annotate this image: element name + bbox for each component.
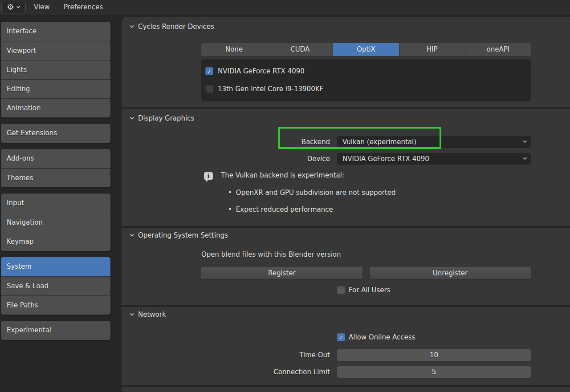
nav-group-system: System Save & Load File Paths <box>1 257 110 315</box>
warning-text: The Vulkan backend is experimental: <box>221 171 344 179</box>
checkbox-unchecked[interactable] <box>205 85 213 93</box>
sidebar-item-system[interactable]: System <box>1 257 110 276</box>
nav-group-input: Input Navigation Keymap <box>1 194 110 251</box>
sidebar-item-addons[interactable]: Add-ons <box>1 149 110 168</box>
backend-select[interactable]: Vulkan (experimental) <box>337 136 531 148</box>
for-all-users-label: For All Users <box>349 286 391 294</box>
segment-optix[interactable]: OptiX <box>333 43 399 56</box>
sidebar-item-save-load[interactable]: Save & Load <box>1 276 110 295</box>
backend-label: Backend <box>201 138 330 146</box>
sidebar-item-interface[interactable]: Interface <box>1 22 110 41</box>
nav-group-experimental: Experimental <box>1 321 110 340</box>
section-title: Display Graphics <box>138 114 194 122</box>
nav-group-addons: Add-ons Themes <box>1 149 110 187</box>
device-select-row: Device NVIDIA GeForce RTX 4090 <box>201 153 531 165</box>
topbar: ⚙ View Preferences <box>0 0 570 15</box>
section-cycles-render-devices: Cycles Render Devices None CUDA OptiX HI… <box>122 17 570 107</box>
bullet-text: Expect reduced performance <box>236 206 333 214</box>
bullet-icon: • <box>228 189 232 197</box>
unregister-button[interactable]: Unregister <box>370 267 531 279</box>
os-description: Open blend files with this Blender versi… <box>201 251 531 260</box>
section-header-cycles[interactable]: Cycles Render Devices <box>122 17 570 32</box>
allow-online-access-row: ✓ Allow Online Access <box>337 333 570 342</box>
sidebar-item-file-paths[interactable]: File Paths <box>1 295 110 315</box>
sidebar-item-themes[interactable]: Themes <box>1 168 110 187</box>
connection-limit-label: Connection Limit <box>201 368 330 376</box>
device-row-cpu[interactable]: 13th Gen Intel Core i9-13900KF <box>201 80 531 98</box>
section-header-os[interactable]: Operating System Settings <box>122 228 570 240</box>
gear-icon: ⚙ <box>7 3 14 11</box>
sidebar-item-editing[interactable]: Editing <box>1 79 110 98</box>
segment-none[interactable]: None <box>201 43 267 56</box>
timeout-row: Time Out 10 <box>201 349 531 361</box>
segment-hip[interactable]: HIP <box>399 43 465 56</box>
menu-view[interactable]: View <box>29 0 54 15</box>
section-os-settings: Operating System Settings Open blend fil… <box>122 228 570 305</box>
section-title: Operating System Settings <box>138 231 228 239</box>
chevron-down-icon <box>522 139 527 144</box>
device-row-gpu[interactable]: ✓ NVIDIA GeForce RTX 4090 <box>201 62 531 80</box>
backend-row: Backend Vulkan (experimental) <box>201 136 531 148</box>
section-network: Network ✓ Allow Online Access Time Out 1… <box>122 307 570 385</box>
sidebar-item-get-extensions[interactable]: Get Extensions <box>1 124 110 143</box>
section-header-network[interactable]: Network <box>122 307 570 319</box>
next-section-partial <box>122 387 570 392</box>
connection-limit-row: Connection Limit 5 <box>201 366 531 378</box>
app-menu-button[interactable]: ⚙ <box>1 1 26 13</box>
section-title: Cycles Render Devices <box>138 23 214 31</box>
segment-cuda[interactable]: CUDA <box>267 43 333 56</box>
device-label: Device <box>201 155 330 163</box>
register-button[interactable]: Register <box>201 267 362 279</box>
chevron-down-icon <box>129 233 134 238</box>
bullet-text: OpenXR and GPU subdivision are not suppo… <box>236 189 396 197</box>
section-title: Network <box>138 311 166 319</box>
sidebar-item-lights[interactable]: Lights <box>1 60 110 79</box>
sidebar-item-experimental[interactable]: Experimental <box>1 321 110 340</box>
vulkan-warning: i The Vulkan backend is experimental: <box>204 171 570 181</box>
allow-online-access-label: Allow Online Access <box>349 333 415 341</box>
sidebar-item-navigation[interactable]: Navigation <box>1 213 110 232</box>
register-buttons-row: Register Unregister <box>201 267 531 279</box>
backend-value: Vulkan (experimental) <box>342 138 416 146</box>
menu-preferences[interactable]: Preferences <box>59 0 107 15</box>
preferences-main-panel: Cycles Render Devices None CUDA OptiX HI… <box>122 15 570 392</box>
render-device-list: ✓ NVIDIA GeForce RTX 4090 13th Gen Intel… <box>201 59 531 101</box>
sidebar-item-keymap[interactable]: Keymap <box>1 232 110 251</box>
checkbox-checked[interactable]: ✓ <box>337 333 345 341</box>
chevron-down-icon <box>522 156 527 161</box>
check-icon: ✓ <box>207 69 212 74</box>
checkbox-checked[interactable]: ✓ <box>205 67 213 75</box>
sidebar-item-input[interactable]: Input <box>1 194 110 213</box>
timeout-field[interactable]: 10 <box>337 349 531 361</box>
timeout-label: Time Out <box>201 351 330 359</box>
checkbox-unchecked[interactable] <box>337 286 345 294</box>
warning-bullet: • Expect reduced performance <box>228 205 570 214</box>
nav-group-extensions: Get Extensions <box>1 124 110 143</box>
chevron-down-icon <box>129 24 134 29</box>
device-label: NVIDIA GeForce RTX 4090 <box>218 67 305 75</box>
device-select[interactable]: NVIDIA GeForce RTX 4090 <box>337 153 531 165</box>
preferences-nav: Interface Viewport Lights Editing Animat… <box>1 22 110 346</box>
chevron-down-icon <box>129 116 134 121</box>
check-icon: ✓ <box>339 335 344 340</box>
section-display-graphics: Display Graphics Backend Vulkan (experim… <box>122 109 570 226</box>
warning-bullet: • OpenXR and GPU subdivision are not sup… <box>228 188 570 197</box>
info-icon: i <box>204 172 213 180</box>
section-header-display[interactable]: Display Graphics <box>122 109 570 123</box>
device-label: 13th Gen Intel Core i9-13900KF <box>218 85 323 93</box>
chevron-down-icon <box>16 5 20 9</box>
device-value: NVIDIA GeForce RTX 4090 <box>342 155 429 163</box>
connection-limit-field[interactable]: 5 <box>337 366 531 378</box>
device-type-segments: None CUDA OptiX HIP oneAPI <box>201 43 531 56</box>
nav-group-general: Interface Viewport Lights Editing Animat… <box>1 22 110 117</box>
sidebar-item-animation[interactable]: Animation <box>1 98 110 117</box>
sidebar-item-viewport[interactable]: Viewport <box>1 41 110 60</box>
chevron-down-icon <box>129 312 134 317</box>
segment-oneapi[interactable]: oneAPI <box>465 43 531 56</box>
for-all-users-row: For All Users <box>337 286 570 295</box>
bullet-icon: • <box>228 206 232 214</box>
